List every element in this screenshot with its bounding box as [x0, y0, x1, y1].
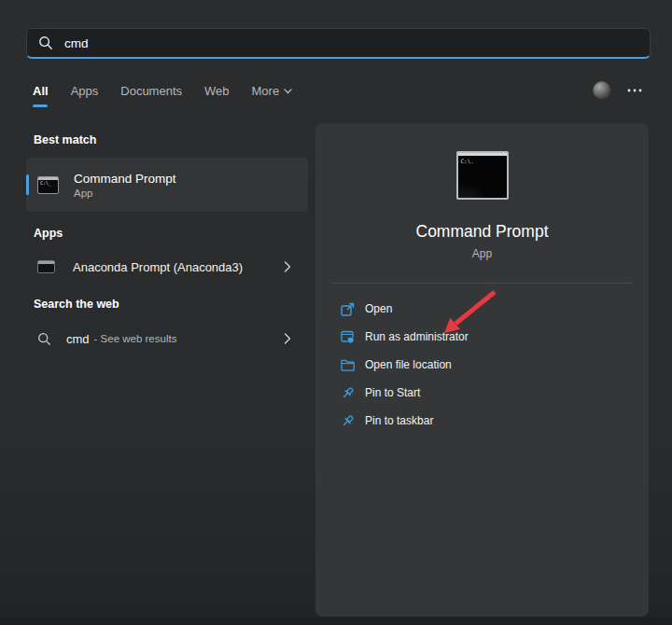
apps-heading: Apps: [34, 227, 63, 240]
context-actions: Open Run as administrator Open file loca…: [315, 295, 649, 435]
selection-accent-bar: [26, 174, 29, 195]
action-pin-to-taskbar[interactable]: Pin to taskbar: [315, 407, 649, 435]
tab-all[interactable]: All: [33, 84, 49, 98]
tab-more-label: More: [252, 84, 280, 98]
web-search-query: cmd: [66, 332, 90, 346]
run-as-admin-icon: [341, 330, 355, 344]
tab-apps[interactable]: Apps: [71, 84, 99, 98]
divider: [331, 283, 633, 284]
search-input[interactable]: [64, 36, 638, 50]
action-label: Open file location: [365, 358, 452, 371]
chevron-right-icon: [284, 333, 291, 344]
search-bar[interactable]: [26, 28, 651, 59]
ellipsis-icon: [627, 89, 642, 92]
action-label: Open: [365, 302, 392, 315]
best-match-item[interactable]: C:\_ Command Prompt App: [26, 158, 308, 212]
search-web-heading: Search the web: [34, 298, 119, 311]
user-avatar[interactable]: [593, 81, 611, 100]
start-search-flyout: All Apps Documents Web More Best match C…: [0, 0, 672, 625]
action-run-as-administrator[interactable]: Run as administrator: [315, 323, 649, 351]
chevron-down-icon: [284, 89, 292, 94]
cmd-icon: C:\_: [37, 176, 59, 194]
preview-cmd-icon-text: C:\.: [461, 159, 474, 164]
pin-icon: [341, 414, 355, 428]
bottom-edge: [0, 618, 672, 625]
best-match-heading: Best match: [34, 133, 96, 146]
cmd-icon-text: C:\_: [40, 181, 51, 186]
filter-tabs: All Apps Documents Web More: [33, 84, 292, 98]
action-label: Run as administrator: [365, 330, 469, 343]
action-label: Pin to taskbar: [365, 414, 433, 427]
list-item-label: Anaconda Prompt (Anaconda3): [73, 260, 243, 274]
pin-icon: [341, 386, 355, 400]
list-item-web-search[interactable]: cmd - See web results: [26, 325, 308, 353]
anaconda-prompt-icon: [37, 260, 55, 273]
list-item-anaconda-prompt[interactable]: Anaconda Prompt (Anaconda3): [26, 253, 308, 281]
chevron-right-icon: [284, 261, 291, 272]
tab-more[interactable]: More: [252, 84, 293, 98]
preview-title: Command Prompt: [315, 222, 649, 242]
more-options-button[interactable]: [623, 83, 646, 98]
folder-icon: [341, 359, 355, 371]
action-label: Pin to Start: [365, 386, 420, 399]
best-match-title: Command Prompt: [74, 172, 176, 186]
best-match-subtitle: App: [74, 188, 176, 199]
search-icon-small: [37, 332, 51, 346]
web-search-suffix: - See web results: [94, 333, 177, 344]
action-pin-to-start[interactable]: Pin to Start: [315, 379, 649, 407]
preview-panel: C:\. Command Prompt App Open Run as a: [315, 123, 649, 617]
tab-documents[interactable]: Documents: [120, 84, 182, 98]
action-open-file-location[interactable]: Open file location: [315, 351, 649, 379]
open-icon: [341, 302, 355, 316]
preview-cmd-icon: C:\.: [456, 151, 509, 200]
tab-web[interactable]: Web: [204, 84, 230, 98]
action-open[interactable]: Open: [315, 295, 649, 323]
search-icon: [38, 35, 53, 50]
preview-subtitle: App: [315, 247, 649, 260]
